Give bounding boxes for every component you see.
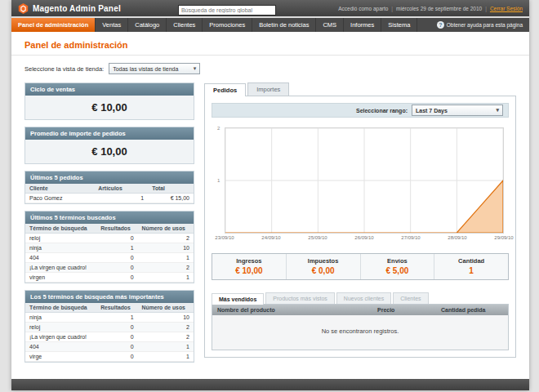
- search-term: 404: [25, 253, 96, 263]
- title-divider: [11, 55, 529, 56]
- content-area: Panel de administración Seleccione la vi…: [11, 32, 529, 379]
- total-label: Envíos: [361, 257, 434, 265]
- header-meta: Accedió como aparto miércoles 29 de sept…: [338, 6, 523, 11]
- search-term: reloj: [25, 234, 96, 243]
- range-strip: Seleccionar rango: Last 7 Days: [212, 103, 509, 118]
- footer-bar: [11, 379, 529, 390]
- lifetime-sales-value: € 10,00: [25, 96, 194, 119]
- order-customer: Paco Gomez: [25, 194, 94, 203]
- search-term: reloj: [25, 323, 96, 332]
- magento-logo-icon: [18, 3, 29, 14]
- table-row: ¡La virgen que cuadro! 0 2: [25, 332, 194, 342]
- col-header-uses: Número de usos: [138, 224, 194, 234]
- nav-item-system[interactable]: Sistema: [381, 18, 417, 32]
- search-uses: 2: [138, 234, 194, 243]
- search-uses: 2: [138, 323, 194, 332]
- tab-new-customers[interactable]: Nuevos clientes: [336, 292, 391, 304]
- nav-item-catalog[interactable]: Catálogo: [128, 18, 167, 32]
- logged-in-as: Accedió como aparto: [338, 6, 396, 11]
- page-title: Panel de administración: [24, 40, 516, 50]
- help-icon: [437, 21, 444, 29]
- products-tabs: Más vendidos Productos más vistos Nuevos…: [212, 292, 509, 305]
- nav-item-cms[interactable]: CMS: [316, 18, 344, 32]
- x-axis-labels: 23/09/10 24/09/10 25/09/10 26/09/10 27/0…: [225, 235, 504, 243]
- x-axis-tick: 25/09/10: [308, 235, 327, 240]
- last-search-title: Últimos 5 términos buscados: [25, 212, 194, 224]
- global-search: [178, 1, 276, 16]
- search-term: ninja: [25, 243, 96, 253]
- search-uses: 1: [138, 352, 194, 362]
- products-table-header: Nombre del producto Precio Cantidad pedi…: [212, 305, 508, 315]
- admin-page: Magento Admin Panel Accedió como aparto …: [11, 0, 529, 390]
- lifetime-sales-title: Ciclo de ventas: [25, 83, 194, 96]
- search-results: 0: [96, 332, 137, 342]
- dashboard-right-column: Pedidos Importes Seleccionar rango: Last…: [204, 82, 516, 358]
- nav-item-dashboard[interactable]: Panel de administración: [11, 18, 96, 32]
- top-search-card: Los 5 términos de búsqueda más important…: [24, 290, 194, 363]
- current-date: miércoles 29 de septiembre de 2010: [396, 6, 490, 11]
- products-table: Nombre del producto Precio Cantidad pedi…: [212, 305, 509, 350]
- table-row: virge 0 1: [25, 352, 194, 362]
- average-order-title: Promedio de importe de pedidos: [25, 127, 194, 140]
- orders-chart: 2 1 23/09/10 24/09/10 25/09/10 26/09/10 …: [225, 127, 504, 243]
- col-header-customer: Cliente: [25, 184, 94, 194]
- search-results: 1: [96, 243, 137, 253]
- total-quantity: Cantidad 1: [434, 254, 508, 279]
- table-row: virgen 0 1: [25, 273, 194, 283]
- total-value: 1: [434, 266, 508, 275]
- search-term: ¡La virgen que cuadro!: [25, 263, 96, 273]
- tab-amounts[interactable]: Importes: [247, 82, 289, 96]
- search-uses: 1: [138, 253, 194, 263]
- total-shipping: Envíos € 5,00: [361, 254, 435, 279]
- col-header-term: Término de búsqueda: [25, 224, 96, 234]
- search-uses: 1: [138, 273, 194, 283]
- logout-link[interactable]: Cerrar Sesión: [490, 6, 523, 11]
- page-help-link[interactable]: Obtener ayuda para esta página: [430, 18, 529, 32]
- x-axis-tick: 27/09/10: [401, 235, 420, 240]
- nav-item-sales[interactable]: Ventas: [96, 18, 128, 32]
- nav-item-newsletter[interactable]: Boletín de noticias: [252, 18, 316, 32]
- tab-bestsellers[interactable]: Más vendidos: [212, 293, 264, 305]
- search-term: ¡La virgen que cuadro!: [25, 332, 96, 342]
- app-title: Magento Admin Panel: [33, 4, 121, 13]
- nav-item-customers[interactable]: Clientes: [167, 18, 203, 32]
- top-search-title: Los 5 términos de búsqueda más important…: [25, 291, 194, 303]
- store-view-label: Seleccione la vista de tienda:: [24, 65, 104, 73]
- search-results: 0: [96, 342, 137, 352]
- table-row: ninja 1 10: [25, 243, 194, 253]
- total-label: Impuestos: [287, 257, 360, 265]
- col-header-items: Artículos: [94, 184, 148, 194]
- search-uses: 1: [138, 342, 194, 352]
- table-row: reloj 0 2: [25, 323, 194, 332]
- col-header-qty: Cantidad pedida: [436, 305, 508, 315]
- col-header-term: Término de búsqueda: [25, 303, 96, 313]
- dashboard-left-column: Ciclo de ventas € 10,00 Promedio de impo…: [24, 82, 194, 363]
- search-uses: 2: [138, 332, 194, 342]
- tab-customers[interactable]: Clientes: [393, 292, 428, 304]
- nav-item-promotions[interactable]: Promociones: [203, 18, 252, 32]
- global-search-input[interactable]: [178, 5, 276, 16]
- nav-item-reports[interactable]: Informes: [344, 18, 381, 32]
- col-header-total: Total: [148, 184, 194, 194]
- total-label: Cantidad: [434, 257, 508, 265]
- lifetime-sales-card: Ciclo de ventas € 10,00: [24, 82, 194, 120]
- totals-bar: Ingresos € 10,00 Impuestos € 0,00 Envíos…: [212, 253, 509, 280]
- last-orders-title: Últimos 5 pedidos: [25, 172, 194, 184]
- col-header-results: Resultados: [96, 303, 137, 313]
- tab-orders[interactable]: Pedidos: [204, 83, 246, 96]
- search-results: 0: [96, 234, 137, 243]
- range-select[interactable]: Last 7 Days: [412, 105, 503, 116]
- total-value: € 10,00: [212, 266, 286, 275]
- average-order-value: € 10,00: [25, 140, 194, 163]
- order-items: 1: [94, 194, 148, 203]
- chart-tabs: Pedidos Importes: [204, 82, 516, 96]
- table-row: ninja 1 10: [25, 313, 194, 323]
- store-view-select[interactable]: Todas las vistas de tienda: [109, 63, 200, 74]
- search-term: 404: [25, 342, 96, 352]
- search-results: 1: [96, 313, 137, 323]
- table-row: Paco Gomez 1 € 15,00: [25, 194, 194, 203]
- tab-most-viewed[interactable]: Productos más vistos: [265, 292, 335, 304]
- total-label: Ingresos: [212, 257, 286, 265]
- search-results: 0: [96, 263, 137, 273]
- search-uses: 10: [138, 313, 194, 323]
